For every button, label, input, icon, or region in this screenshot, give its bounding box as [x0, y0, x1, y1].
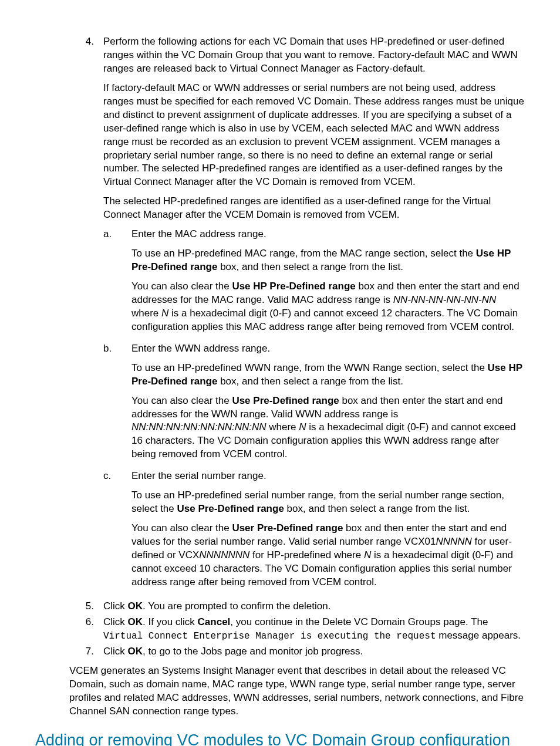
paragraph: Enter the MAC address range.	[131, 228, 525, 241]
text: You can also clear the	[131, 522, 232, 534]
italic-text: NN:NN:NN:NN:NN:NN:NN:NN	[131, 421, 266, 433]
sub-letter: a.	[103, 228, 131, 340]
text: is a hexadecimal digit (0-F) and cannot …	[131, 308, 518, 332]
bold-text: Cancel	[198, 616, 231, 627]
bold-text: Use HP Pre-Defined range	[232, 281, 355, 292]
bold-text: Use Pre-Defined range	[232, 395, 339, 406]
paragraph: If factory-default MAC or WWN addresses …	[103, 82, 525, 190]
text: You can also clear the	[131, 395, 232, 406]
bold-text: OK	[128, 616, 143, 627]
section-heading: Adding or removing VC modules to VC Doma…	[35, 731, 525, 746]
list-item-4: 4. Perform the following actions for eac…	[69, 35, 525, 598]
text: Click	[103, 646, 128, 657]
paragraph: You can also clear the User Pre-Defined …	[131, 522, 525, 589]
text: box, and then select a range from the li…	[217, 376, 403, 387]
text: for HP-predefined where	[249, 549, 364, 561]
italic-text: NN-NN-NN-NN-NN-NN	[393, 294, 497, 305]
text: To use an HP-predefined MAC range, from …	[131, 248, 476, 259]
list-item-5: 5. Click OK. You are prompted to confirm…	[69, 600, 525, 613]
text: Click	[103, 600, 128, 612]
text: Click	[103, 616, 128, 627]
sub-body: Enter the serial number range. To use an…	[131, 470, 525, 595]
text: message appears.	[436, 630, 521, 641]
sub-item-a: a. Enter the MAC address range. To use a…	[103, 228, 525, 340]
ordered-list: 4. Perform the following actions for eac…	[69, 35, 525, 659]
text: . If you click	[143, 616, 198, 627]
list-number: 5.	[69, 600, 103, 613]
bold-text: User Pre-Defined range	[232, 522, 343, 534]
text: , to go to the Jobs page and monitor job…	[143, 646, 363, 657]
text: box, and then select a range from the li…	[217, 261, 403, 272]
sub-letter: b.	[103, 342, 131, 468]
list-number: 6.	[69, 616, 103, 643]
paragraph: To use an HP-predefined WWN range, from …	[131, 362, 525, 389]
bold-text: OK	[128, 600, 143, 612]
list-body: Perform the following actions for each V…	[103, 35, 525, 598]
list-item-6: 6. Click OK. If you click Cancel, you co…	[69, 616, 525, 643]
text: You can also clear the	[131, 281, 232, 292]
text: box, and then select a range from the li…	[284, 503, 470, 514]
text: , you continue in the Delete VC Domain G…	[230, 616, 488, 627]
paragraph: Enter the WWN address range.	[131, 342, 525, 356]
sub-letter: c.	[103, 470, 131, 595]
list-body: Click OK. You are prompted to confirm th…	[103, 600, 525, 613]
list-body: Click OK. If you click Cancel, you conti…	[103, 616, 525, 643]
italic-text: N	[364, 549, 371, 561]
paragraph: Enter the serial number range.	[131, 470, 525, 483]
paragraph: You can also clear the Use Pre-Defined r…	[131, 394, 525, 462]
italic-text: N	[161, 308, 168, 319]
text: . You are prompted to confirm the deleti…	[143, 600, 330, 612]
list-number: 4.	[69, 35, 103, 598]
sub-item-c: c. Enter the serial number range. To use…	[103, 470, 525, 595]
list-body: Click OK, to go to the Jobs page and mon…	[103, 645, 525, 659]
italic-text: NNNNNNN	[199, 549, 249, 561]
sub-body: Enter the WWN address range. To use an H…	[131, 342, 525, 468]
mono-text: Virtual Connect Enterprise Manager is ex…	[103, 631, 436, 642]
italic-text: N	[299, 421, 306, 433]
document-page: 4. Perform the following actions for eac…	[0, 0, 560, 746]
paragraph: Perform the following actions for each V…	[103, 35, 525, 76]
italic-text: NNNNN	[436, 536, 471, 547]
bold-text: Use Pre-Defined range	[177, 503, 284, 514]
paragraph: The selected HP-predefined ranges are id…	[103, 195, 525, 222]
paragraph: You can also clear the Use HP Pre-Define…	[131, 280, 525, 334]
conclusion-paragraph: VCEM generates an Systems Insight Manage…	[69, 664, 525, 718]
text: To use an HP-predefined WWN range, from …	[131, 362, 488, 373]
sub-body: Enter the MAC address range. To use an H…	[131, 228, 525, 340]
text: where	[266, 421, 299, 433]
list-item-7: 7. Click OK, to go to the Jobs page and …	[69, 645, 525, 659]
text: where	[131, 308, 161, 319]
sub-item-b: b. Enter the WWN address range. To use a…	[103, 342, 525, 468]
paragraph: To use an HP-predefined MAC range, from …	[131, 247, 525, 274]
list-number: 7.	[69, 645, 103, 659]
bold-text: OK	[128, 646, 143, 657]
paragraph: To use an HP-predefined serial number ra…	[131, 489, 525, 516]
